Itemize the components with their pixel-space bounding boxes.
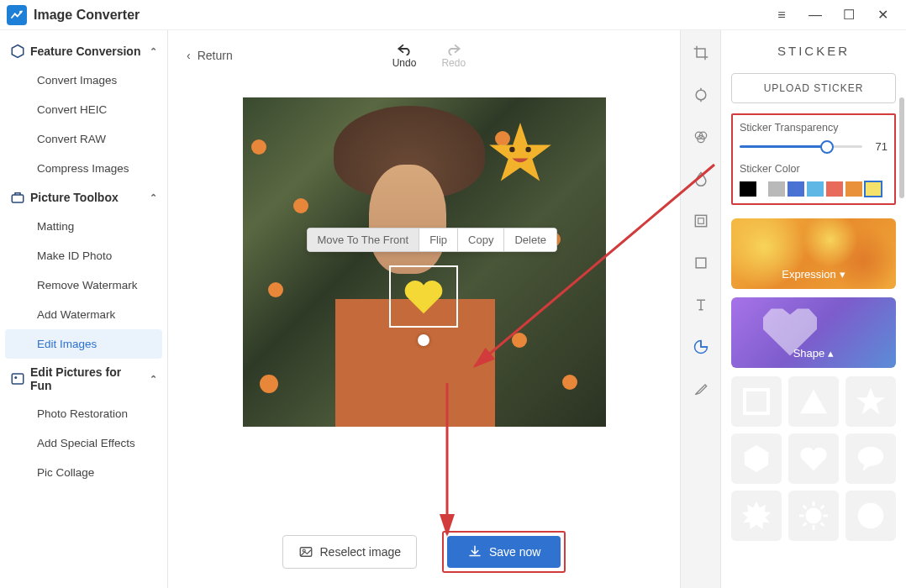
svg-rect-19 <box>698 218 703 224</box>
svg-line-32 <box>803 506 807 509</box>
sidebar-item-matting[interactable]: Matting <box>0 212 167 241</box>
picture-icon <box>10 371 25 386</box>
svg-point-36 <box>858 503 883 528</box>
category-label: Shape <box>793 347 825 360</box>
toolbox-icon <box>10 190 25 205</box>
svg-marker-23 <box>745 445 769 472</box>
blur-tool-icon[interactable] <box>692 170 710 188</box>
sidebar-item-remove-watermark[interactable]: Remove Watermark <box>0 270 167 300</box>
ctx-move-front[interactable]: Move To The Front <box>308 228 420 251</box>
panel-title: STICKER <box>731 44 896 58</box>
shape-sun[interactable] <box>788 491 839 541</box>
sticker-tool-icon[interactable] <box>692 338 710 356</box>
tool-strip <box>681 30 721 588</box>
swatch-yellow[interactable] <box>865 181 882 197</box>
shape-star[interactable] <box>845 376 896 427</box>
swatch-red[interactable] <box>826 181 843 197</box>
adjust-tool-icon[interactable] <box>692 86 710 104</box>
sticker-color-label: Sticker Color <box>740 163 888 175</box>
svg-point-7 <box>525 147 530 152</box>
save-now-button[interactable]: Save now <box>447 536 561 568</box>
section-label: Picture Toolbox <box>30 191 119 204</box>
sidebar-item-make-id-photo[interactable]: Make ID Photo <box>0 241 167 270</box>
sidebar-item-photo-restoration[interactable]: Photo Restoration <box>0 399 167 428</box>
filter-tool-icon[interactable] <box>692 128 710 146</box>
shape-heart[interactable] <box>788 433 839 484</box>
shape-square[interactable] <box>731 376 782 427</box>
shape-burst[interactable] <box>731 491 782 541</box>
sticker-context-menu: Move To The Front Flip Copy Delete <box>307 228 558 252</box>
sidebar-item-convert-raw[interactable]: Convert RAW <box>0 124 167 154</box>
category-shape[interactable]: Shape▴ <box>731 297 896 368</box>
sidebar-item-compress-images[interactable]: Compress Images <box>0 154 167 183</box>
panel-scrollbar[interactable] <box>899 97 904 198</box>
swatch-orange[interactable] <box>845 181 862 197</box>
svg-marker-1 <box>12 45 24 58</box>
canvas-area: ‹ Return Undo Redo <box>168 30 681 588</box>
ctx-flip[interactable]: Flip <box>419 228 458 251</box>
redo-button[interactable]: Redo <box>441 42 466 69</box>
swatch-gray[interactable] <box>768 181 785 197</box>
svg-point-24 <box>858 447 883 466</box>
shape-speech[interactable] <box>845 433 896 484</box>
shape-triangle[interactable] <box>788 376 839 427</box>
svg-marker-21 <box>800 390 827 414</box>
sidebar-item-add-watermark[interactable]: Add Watermark <box>0 300 167 329</box>
svg-rect-20 <box>696 258 706 268</box>
category-expression[interactable]: Expression▾ <box>731 218 896 289</box>
frame-tool-icon[interactable] <box>692 212 710 230</box>
app-title: Image Converter <box>34 8 140 23</box>
save-label: Save now <box>489 545 540 559</box>
swatch-blue[interactable] <box>787 181 804 197</box>
save-button-highlight: Save now <box>442 531 566 573</box>
transparency-highlight-box: Sticker Transparency 71 Sticker Color <box>731 113 896 205</box>
selected-heart-sticker[interactable] <box>389 265 458 328</box>
sidebar-item-pic-collage[interactable]: Pic Collage <box>0 458 167 487</box>
color-swatches <box>740 181 888 197</box>
image-canvas[interactable]: Move To The Front Flip Copy Delete <box>243 97 606 427</box>
section-feature-conversion[interactable]: Feature Conversion ⌃ <box>0 37 167 66</box>
crop-tool-icon[interactable] <box>692 44 710 62</box>
undo-label: Undo <box>392 57 417 69</box>
upload-sticker-button[interactable]: UPLOAD STICKER <box>731 73 896 103</box>
svg-marker-5 <box>489 123 551 181</box>
transparency-label: Sticker Transparency <box>740 122 888 134</box>
rotate-handle[interactable] <box>418 334 429 346</box>
transparency-value: 71 <box>869 140 888 153</box>
section-edit-pictures-fun[interactable]: Edit Pictures for Fun ⌃ <box>0 359 167 399</box>
ctx-delete[interactable]: Delete <box>504 228 556 251</box>
svg-point-27 <box>806 508 822 524</box>
minimize-button[interactable]: — <box>807 7 824 24</box>
hamburger-icon[interactable]: ≡ <box>773 7 790 24</box>
svg-point-4 <box>14 376 17 379</box>
redo-label: Redo <box>441 57 466 69</box>
category-label: Expression <box>782 268 835 281</box>
shape-hexagon[interactable] <box>731 433 782 484</box>
section-label: Feature Conversion <box>30 45 140 58</box>
sidebar-item-convert-heic[interactable]: Convert HEIC <box>0 95 167 124</box>
slider-thumb[interactable] <box>820 140 834 154</box>
swatch-black[interactable] <box>740 181 756 197</box>
close-button[interactable]: ✕ <box>874 7 891 24</box>
square-tool-icon[interactable] <box>692 254 710 272</box>
sidebar-item-convert-images[interactable]: Convert Images <box>0 66 167 95</box>
chevron-up-icon: ⌃ <box>150 374 157 385</box>
reselect-image-button[interactable]: Reselect image <box>282 535 418 569</box>
shape-circle[interactable] <box>845 491 896 541</box>
sidebar-item-edit-images[interactable]: Edit Images <box>5 329 162 359</box>
section-picture-toolbox[interactable]: Picture Toolbox ⌃ <box>0 183 167 212</box>
maximize-button[interactable]: ☐ <box>840 7 857 24</box>
return-button[interactable]: ‹ Return <box>187 49 233 62</box>
sidebar-item-add-special-effects[interactable]: Add Special Effects <box>0 428 167 458</box>
brush-tool-icon[interactable] <box>692 380 710 398</box>
ctx-copy[interactable]: Copy <box>458 228 504 251</box>
star-sticker[interactable] <box>487 119 554 186</box>
transparency-slider[interactable] <box>740 145 862 148</box>
hexagon-icon <box>10 44 25 59</box>
swatch-lightblue[interactable] <box>807 181 824 197</box>
svg-rect-3 <box>12 374 24 384</box>
text-tool-icon[interactable] <box>692 296 710 314</box>
svg-line-34 <box>821 506 824 509</box>
undo-button[interactable]: Undo <box>392 42 417 69</box>
chevron-up-icon: ⌃ <box>150 46 157 57</box>
